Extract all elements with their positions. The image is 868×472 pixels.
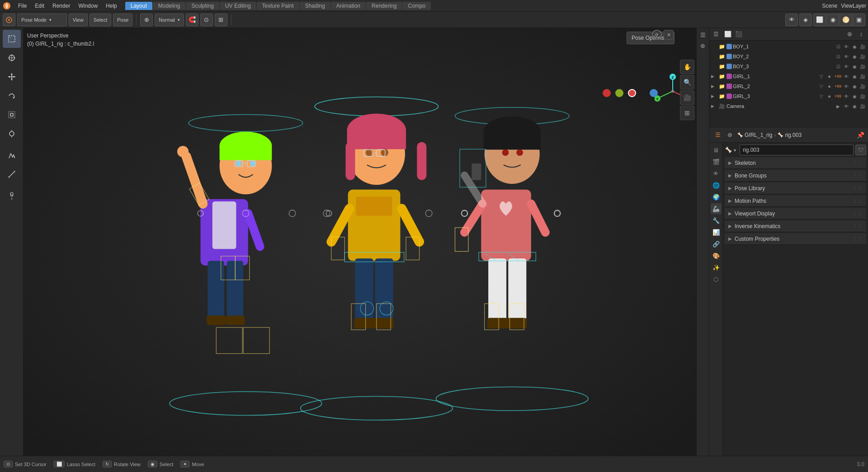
menu-help[interactable]: Help [102, 2, 121, 10]
outliner-view-icon2[interactable]: ⬛ [734, 29, 744, 39]
outliner-item-camera[interactable]: ▶ 🎥 Camera ▶ 👁 ◉ 🎥 [709, 101, 868, 111]
outliner-item-boy3[interactable]: 📁 BOY_3 ☑ 👁 ◉ 🎥 [709, 61, 868, 71]
viewport-overlay-btn[interactable]: 👁 [785, 14, 798, 26]
outliner-checkbox-boy3[interactable]: ☑ [835, 63, 842, 70]
rendered-shading-btn[interactable]: 🌕 [840, 14, 852, 26]
grid-btn[interactable]: ⊞ [215, 14, 227, 26]
move-tool[interactable] [3, 68, 21, 86]
view-btn[interactable]: View [69, 14, 88, 26]
outliner-item-boy1[interactable]: 📁 BOY_1 ☑ 👁 ◉ 🎥 [709, 42, 868, 51]
skeleton-header[interactable]: ▶ Skeleton ⋮⋮ [725, 157, 866, 169]
prop-material-icon[interactable]: 🎨 [711, 250, 722, 261]
outliner-filter-icon[interactable]: ⊛ [844, 29, 854, 39]
outliner-sort-icon[interactable]: ↕ [856, 29, 866, 39]
view-option-ortho[interactable]: ⊞ [680, 106, 694, 120]
tab-sculpting[interactable]: Sculpting [186, 2, 219, 10]
solid-shading-btn[interactable]: ⬜ [813, 14, 826, 26]
tab-uvediting[interactable]: UV Editing [220, 2, 256, 10]
editor-filter-icon[interactable]: ⊛ [698, 41, 708, 51]
outliner-view-icon1[interactable]: ⬜ [723, 29, 733, 39]
prop-output-icon[interactable]: 🎬 [711, 156, 722, 167]
props-header-mode-icon[interactable]: ☰ [713, 130, 723, 140]
cursor-3d-tool[interactable] [3, 49, 21, 67]
tab-layout[interactable]: Layout [125, 2, 152, 10]
outliner-render-boy1[interactable]: 🎥 [859, 43, 866, 50]
props-header-icon2[interactable]: ⊛ [725, 130, 735, 140]
viewport-display-header[interactable]: ▶ Viewport Display ⋮⋮ [725, 208, 866, 220]
measure-tool[interactable] [3, 165, 21, 183]
material-shading-btn[interactable]: ◉ [826, 14, 839, 26]
prop-data-icon[interactable]: 📊 [711, 227, 722, 238]
prop-object-icon[interactable]: 🦾 [711, 203, 722, 214]
wireframe-shading-btn[interactable]: ▣ [853, 14, 865, 26]
mode-dropdown[interactable]: Pose Mode▾ [17, 14, 67, 26]
tab-animation[interactable]: Animation [331, 2, 366, 10]
snap-btn[interactable]: 🧲 [186, 14, 198, 26]
outliner-star-girl3[interactable]: ★ [826, 93, 833, 100]
outliner-item-girl2[interactable]: ▶ 📁 GIRL_2 ▽ ★ +99 👁 ◉ 🎥 [709, 81, 868, 91]
tab-rendering[interactable]: Rendering [366, 2, 402, 10]
mode-icon-btn[interactable] [3, 14, 15, 26]
outliner-eye-boy2[interactable]: 👁 [843, 53, 850, 60]
select-btn[interactable]: Select [90, 14, 112, 26]
pose-relax-tool[interactable] [3, 187, 21, 205]
outliner-tri-girl3[interactable]: ▽ [818, 93, 825, 100]
prop-view-icon[interactable]: 👁 [711, 168, 722, 179]
menu-render[interactable]: Render [49, 2, 74, 10]
props-pin-btn[interactable]: 📌 [857, 131, 864, 139]
outliner-cam-girl3[interactable]: ◉ [851, 93, 858, 100]
xray-btn[interactable]: ◈ [799, 14, 812, 26]
outliner-eye-girl1[interactable]: 👁 [843, 73, 850, 80]
prop-modifier-icon[interactable]: 🔧 [711, 215, 722, 226]
outliner-cam-girl1[interactable]: ◉ [851, 73, 858, 80]
tab-compo[interactable]: Compo [402, 2, 431, 10]
outliner-item-boy2[interactable]: 📁 BOY_2 ☑ 👁 ◉ 🎥 [709, 51, 868, 61]
outliner-eye-girl2[interactable]: 👁 [843, 83, 850, 90]
prop-bone-icon[interactable]: 🔗 [711, 238, 722, 249]
outliner-eye-girl3[interactable]: 👁 [843, 93, 850, 100]
outliner-cam-boy2[interactable]: ◉ [851, 53, 858, 60]
prop-scene-icon[interactable]: 🌐 [711, 180, 722, 191]
outliner-tri-girl2[interactable]: ▽ [818, 83, 825, 90]
transform-widget-btn[interactable]: ⊕ [140, 14, 153, 26]
shading-btn[interactable]: Normal▾ [155, 14, 184, 26]
outliner-render-girl3[interactable]: 🎥 [859, 93, 866, 100]
outliner-item-girl3[interactable]: ▶ 📁 GIRL_3 ▽ ★ +99 👁 ◉ 🎥 [709, 91, 868, 101]
tab-shading[interactable]: Shading [300, 2, 330, 10]
name-mode-btn[interactable]: ▾ [734, 148, 736, 153]
scale-tool[interactable] [3, 106, 21, 124]
outliner-render-girl1[interactable]: 🎥 [859, 73, 866, 80]
outliner-cam-camera[interactable]: ◉ [851, 103, 858, 110]
inverse-kinematics-header[interactable]: ▶ Inverse Kinematics ⋮⋮ [725, 220, 866, 232]
view-option-zoom[interactable]: 🔍 [680, 75, 694, 89]
viewport-close-btn[interactable]: ✕ [664, 30, 674, 40]
outliner-item-girl1[interactable]: ▶ 📁 GIRL_1 ▽ ★ +99 👁 ◉ 🎥 [709, 71, 868, 81]
outliner-eye-boy1[interactable]: 👁 [843, 43, 850, 50]
outliner-render-boy3[interactable]: 🎥 [859, 63, 866, 70]
outliner-render-camera[interactable]: ▶ [835, 103, 842, 110]
outliner-tri-girl1[interactable]: ▽ [818, 73, 825, 80]
outliner-render-boy2[interactable]: 🎥 [859, 53, 866, 60]
tab-texturepaint[interactable]: Texture Paint [257, 2, 299, 10]
select-box-tool[interactable] [3, 30, 21, 48]
outliner-render-cam2[interactable]: 🎥 [859, 103, 866, 110]
menu-file[interactable]: File [14, 2, 30, 10]
prop-render-icon[interactable]: 🖥 [711, 145, 722, 155]
outliner-render-girl2[interactable]: 🎥 [859, 83, 866, 90]
bone-groups-header[interactable]: ▶ Bone Groups ⋮⋮ [725, 170, 866, 182]
menu-window[interactable]: Window [75, 2, 101, 10]
motion-paths-header[interactable]: ▶ Motion Paths ⋮⋮ [725, 195, 866, 207]
annotate-tool[interactable] [3, 146, 21, 164]
x-close-dot[interactable] [628, 89, 636, 97]
rig-name-input[interactable] [740, 145, 854, 155]
outliner-checkbox-boy2[interactable]: ☑ [835, 53, 842, 60]
outliner-checkbox-boy1[interactable]: ☑ [835, 43, 842, 50]
prop-physics-icon[interactable]: ⬡ [711, 274, 722, 285]
view-option-camera[interactable]: 🎥 [680, 90, 694, 105]
viewport[interactable]: User Perspective (0) GIRL_1_rig : c_thum… [24, 28, 696, 456]
prop-particle-icon[interactable]: ✨ [711, 262, 722, 273]
view-option-move[interactable]: ✋ [680, 60, 694, 74]
pose-btn[interactable]: Pose [113, 14, 132, 26]
shield-btn[interactable]: 🛡 [855, 145, 866, 155]
custom-properties-header[interactable]: ▶ Custom Properties ⋮⋮ [725, 233, 866, 245]
